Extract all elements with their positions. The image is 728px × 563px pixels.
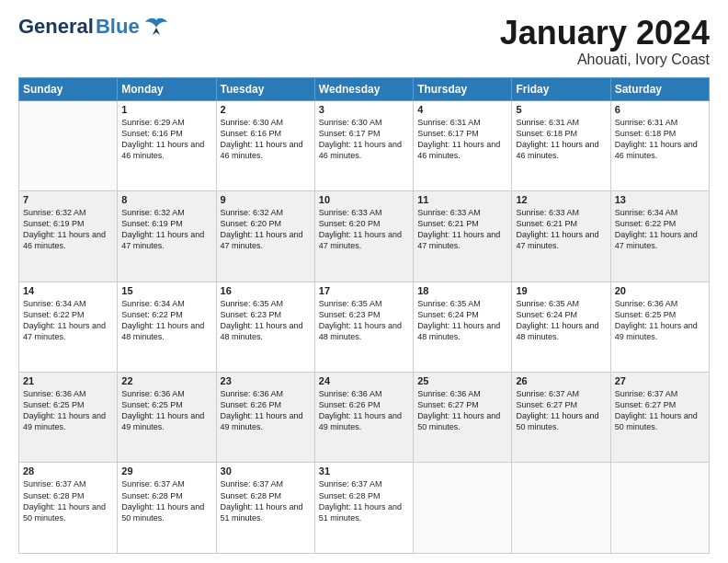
- day-number: 13: [615, 194, 705, 205]
- location: Ahouati, Ivory Coast: [500, 52, 710, 68]
- calendar-cell: 5Sunrise: 6:31 AMSunset: 6:18 PMDaylight…: [512, 100, 610, 190]
- calendar-cell: 8Sunrise: 6:32 AMSunset: 6:19 PMDaylight…: [118, 191, 216, 282]
- logo-blue: Blue: [96, 15, 140, 39]
- cell-info: Sunrise: 6:37 AMSunset: 6:27 PMDaylight:…: [516, 389, 598, 431]
- day-number: 30: [221, 465, 311, 477]
- day-number: 3: [319, 104, 409, 115]
- day-number: 15: [121, 285, 211, 296]
- calendar: SundayMondayTuesdayWednesdayThursdayFrid…: [18, 77, 710, 554]
- calendar-cell: [512, 463, 610, 554]
- day-header-monday: Monday: [118, 77, 216, 100]
- day-number: 7: [23, 194, 113, 205]
- cell-info: Sunrise: 6:32 AMSunset: 6:19 PMDaylight:…: [121, 208, 204, 250]
- calendar-cell: 4Sunrise: 6:31 AMSunset: 6:17 PMDaylight…: [414, 100, 512, 190]
- cell-info: Sunrise: 6:37 AMSunset: 6:27 PMDaylight:…: [615, 389, 698, 431]
- day-header-tuesday: Tuesday: [216, 77, 314, 100]
- month-title: January 2024: [500, 15, 710, 52]
- day-number: 23: [221, 375, 311, 386]
- logo-general: General: [18, 15, 94, 39]
- calendar-cell: 2Sunrise: 6:30 AMSunset: 6:16 PMDaylight…: [216, 100, 314, 190]
- cell-info: Sunrise: 6:29 AMSunset: 6:16 PMDaylight:…: [121, 118, 204, 160]
- day-number: 26: [516, 375, 606, 386]
- logo: General Blue: [18, 15, 169, 39]
- day-number: 28: [23, 465, 113, 477]
- day-number: 1: [121, 104, 211, 115]
- day-number: 21: [23, 375, 113, 386]
- calendar-cell: 19Sunrise: 6:35 AMSunset: 6:24 PMDayligh…: [512, 282, 610, 372]
- logo-bird-icon: [143, 17, 169, 37]
- week-row-2: 14Sunrise: 6:34 AMSunset: 6:22 PMDayligh…: [19, 282, 710, 372]
- calendar-cell: 1Sunrise: 6:29 AMSunset: 6:16 PMDaylight…: [118, 100, 216, 190]
- calendar-cell: 20Sunrise: 6:36 AMSunset: 6:25 PMDayligh…: [610, 282, 709, 372]
- day-number: 5: [516, 104, 606, 115]
- calendar-cell: 16Sunrise: 6:35 AMSunset: 6:23 PMDayligh…: [216, 282, 314, 372]
- week-row-3: 21Sunrise: 6:36 AMSunset: 6:25 PMDayligh…: [19, 373, 710, 463]
- day-number: 12: [516, 194, 606, 205]
- calendar-cell: 10Sunrise: 6:33 AMSunset: 6:20 PMDayligh…: [314, 191, 413, 282]
- days-header-row: SundayMondayTuesdayWednesdayThursdayFrid…: [19, 77, 710, 100]
- day-number: 2: [221, 104, 311, 115]
- day-number: 27: [615, 375, 705, 386]
- cell-info: Sunrise: 6:30 AMSunset: 6:17 PMDaylight:…: [319, 118, 402, 160]
- calendar-cell: 23Sunrise: 6:36 AMSunset: 6:26 PMDayligh…: [216, 373, 314, 463]
- header: General Blue January 2024 Ahouati, Ivory…: [18, 15, 710, 68]
- calendar-cell: 7Sunrise: 6:32 AMSunset: 6:19 PMDaylight…: [19, 191, 118, 282]
- day-number: 6: [615, 104, 705, 115]
- calendar-cell: 21Sunrise: 6:36 AMSunset: 6:25 PMDayligh…: [19, 373, 118, 463]
- calendar-cell: 28Sunrise: 6:37 AMSunset: 6:28 PMDayligh…: [19, 463, 118, 554]
- cell-info: Sunrise: 6:31 AMSunset: 6:17 PMDaylight:…: [417, 118, 500, 160]
- calendar-cell: 13Sunrise: 6:34 AMSunset: 6:22 PMDayligh…: [610, 191, 709, 282]
- cell-info: Sunrise: 6:32 AMSunset: 6:19 PMDaylight:…: [23, 208, 106, 250]
- week-row-1: 7Sunrise: 6:32 AMSunset: 6:19 PMDaylight…: [19, 191, 710, 282]
- day-number: 20: [615, 285, 705, 296]
- page: General Blue January 2024 Ahouati, Ivory…: [0, 0, 728, 563]
- calendar-cell: 24Sunrise: 6:36 AMSunset: 6:26 PMDayligh…: [314, 373, 413, 463]
- day-number: 11: [417, 194, 507, 205]
- calendar-cell: 11Sunrise: 6:33 AMSunset: 6:21 PMDayligh…: [414, 191, 512, 282]
- cell-info: Sunrise: 6:36 AMSunset: 6:25 PMDaylight:…: [23, 389, 106, 431]
- cell-info: Sunrise: 6:37 AMSunset: 6:28 PMDaylight:…: [23, 479, 106, 522]
- calendar-cell: 26Sunrise: 6:37 AMSunset: 6:27 PMDayligh…: [512, 373, 610, 463]
- calendar-cell: 9Sunrise: 6:32 AMSunset: 6:20 PMDaylight…: [216, 191, 314, 282]
- day-header-saturday: Saturday: [610, 77, 709, 100]
- day-number: 14: [23, 285, 113, 296]
- cell-info: Sunrise: 6:34 AMSunset: 6:22 PMDaylight:…: [615, 208, 698, 250]
- calendar-cell: 15Sunrise: 6:34 AMSunset: 6:22 PMDayligh…: [118, 282, 216, 372]
- day-header-thursday: Thursday: [414, 77, 512, 100]
- calendar-cell: [610, 463, 709, 554]
- day-number: 29: [121, 465, 211, 477]
- day-number: 8: [121, 194, 211, 205]
- day-number: 22: [121, 375, 211, 386]
- cell-info: Sunrise: 6:33 AMSunset: 6:20 PMDaylight:…: [319, 208, 402, 250]
- calendar-cell: 12Sunrise: 6:33 AMSunset: 6:21 PMDayligh…: [512, 191, 610, 282]
- cell-info: Sunrise: 6:36 AMSunset: 6:26 PMDaylight:…: [319, 389, 402, 431]
- day-header-wednesday: Wednesday: [314, 77, 413, 100]
- calendar-cell: 30Sunrise: 6:37 AMSunset: 6:28 PMDayligh…: [216, 463, 314, 554]
- calendar-cell: 6Sunrise: 6:31 AMSunset: 6:18 PMDaylight…: [610, 100, 709, 190]
- cell-info: Sunrise: 6:35 AMSunset: 6:24 PMDaylight:…: [417, 299, 500, 341]
- calendar-cell: 22Sunrise: 6:36 AMSunset: 6:25 PMDayligh…: [118, 373, 216, 463]
- calendar-cell: 27Sunrise: 6:37 AMSunset: 6:27 PMDayligh…: [610, 373, 709, 463]
- calendar-cell: [414, 463, 512, 554]
- day-number: 4: [417, 104, 507, 115]
- cell-info: Sunrise: 6:37 AMSunset: 6:28 PMDaylight:…: [319, 479, 402, 522]
- cell-info: Sunrise: 6:36 AMSunset: 6:25 PMDaylight:…: [121, 389, 204, 431]
- cell-info: Sunrise: 6:36 AMSunset: 6:25 PMDaylight:…: [615, 299, 698, 341]
- cell-info: Sunrise: 6:31 AMSunset: 6:18 PMDaylight:…: [615, 118, 698, 160]
- cell-info: Sunrise: 6:33 AMSunset: 6:21 PMDaylight:…: [417, 208, 500, 250]
- week-row-4: 28Sunrise: 6:37 AMSunset: 6:28 PMDayligh…: [19, 463, 710, 554]
- day-number: 16: [221, 285, 311, 296]
- day-number: 25: [417, 375, 507, 386]
- cell-info: Sunrise: 6:36 AMSunset: 6:26 PMDaylight:…: [221, 389, 303, 431]
- cell-info: Sunrise: 6:30 AMSunset: 6:16 PMDaylight:…: [221, 118, 303, 160]
- cell-info: Sunrise: 6:32 AMSunset: 6:20 PMDaylight:…: [221, 208, 303, 250]
- day-number: 31: [319, 465, 409, 477]
- cell-info: Sunrise: 6:31 AMSunset: 6:18 PMDaylight:…: [516, 118, 598, 160]
- week-row-0: 1Sunrise: 6:29 AMSunset: 6:16 PMDaylight…: [19, 100, 710, 190]
- cell-info: Sunrise: 6:37 AMSunset: 6:28 PMDaylight:…: [121, 479, 204, 522]
- calendar-cell: 14Sunrise: 6:34 AMSunset: 6:22 PMDayligh…: [19, 282, 118, 372]
- title-block: January 2024 Ahouati, Ivory Coast: [500, 15, 710, 68]
- calendar-cell: 17Sunrise: 6:35 AMSunset: 6:23 PMDayligh…: [314, 282, 413, 372]
- calendar-table: SundayMondayTuesdayWednesdayThursdayFrid…: [18, 77, 710, 554]
- cell-info: Sunrise: 6:33 AMSunset: 6:21 PMDaylight:…: [516, 208, 598, 250]
